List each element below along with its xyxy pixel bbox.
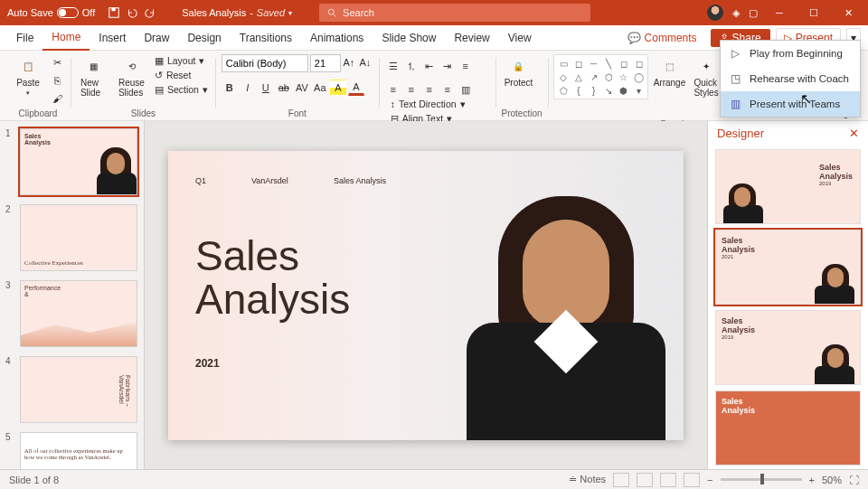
play-from-beginning[interactable]: ▷Play from Beginning [721, 41, 860, 66]
section-button[interactable]: ▤ Section ▾ [153, 83, 210, 96]
fit-to-window-icon[interactable]: ⛶ [849, 475, 859, 485]
slide-brand: VanArsdel [251, 176, 288, 185]
tab-view[interactable]: View [499, 26, 541, 50]
protect-button[interactable]: 🔒Protect [501, 54, 535, 89]
reading-view-icon[interactable] [660, 473, 676, 487]
zoom-out-icon[interactable]: − [707, 475, 712, 485]
align-center-icon[interactable]: ≡ [403, 81, 420, 98]
slideshow-view-icon[interactable] [684, 473, 700, 487]
slide-person-image [448, 151, 684, 440]
teams-icon: ▥ [728, 97, 742, 111]
case-icon[interactable]: Aa [312, 80, 328, 96]
font-color-icon[interactable]: A [348, 80, 364, 96]
tab-draw[interactable]: Draw [135, 26, 178, 50]
tab-file[interactable]: File [7, 26, 42, 50]
play-icon: ▷ [728, 46, 742, 61]
italic-icon[interactable]: I [240, 80, 256, 96]
design-idea-1[interactable]: SalesAnalysis2019 [715, 149, 861, 224]
spacing-icon[interactable]: AV [294, 80, 310, 96]
align-right-icon[interactable]: ≡ [421, 81, 438, 98]
thumbnail-2[interactable]: 2Collective Experiences [5, 204, 138, 271]
zoom-level[interactable]: 50% [822, 475, 842, 485]
undo-icon[interactable] [126, 6, 138, 19]
layout-button[interactable]: ▦ Layout ▾ [153, 54, 210, 67]
bold-icon[interactable]: B [222, 80, 238, 96]
justify-icon[interactable]: ≡ [439, 81, 456, 98]
tab-transitions[interactable]: Transitions [231, 26, 301, 50]
grow-font-icon[interactable]: A↑ [341, 54, 357, 71]
align-left-icon[interactable]: ≡ [385, 81, 401, 98]
designer-pane: Designer✕ SalesAnalysis2019 SalesAnalysi… [707, 121, 868, 469]
title-bar: Auto Save Off Sales Analysis - Saved ▾ S… [0, 0, 868, 25]
columns-icon[interactable]: ▥ [458, 81, 474, 98]
cut-icon[interactable]: ✂ [49, 54, 65, 71]
slide-canvas[interactable]: Q1 VanArsdel Sales Analysis SalesAnalysi… [145, 121, 707, 469]
numbering-icon[interactable]: ⒈ [403, 58, 420, 74]
ribbon-display-icon[interactable]: ▢ [749, 7, 758, 19]
highlight-icon[interactable]: A [330, 80, 346, 96]
redo-icon[interactable] [144, 6, 156, 19]
maximize-button[interactable]: ☐ [801, 0, 826, 25]
status-bar: Slide 1 of 8 ≐ Notes − + 50% ⛶ [0, 469, 868, 489]
tab-animations[interactable]: Animations [301, 26, 373, 50]
new-slide-button[interactable]: ▦New Slide [77, 54, 111, 99]
tab-review[interactable]: Review [445, 26, 498, 50]
quick-styles-button[interactable]: ✦Quick Styles [690, 54, 722, 99]
comments-button[interactable]: 💬 Comments [619, 28, 705, 48]
save-icon[interactable] [108, 6, 120, 19]
design-idea-3[interactable]: SalesAnalysis2019 [715, 310, 861, 385]
slide-thumbnails: 1SalesAnalysis 2Collective Experiences 3… [0, 121, 145, 469]
group-font: Font [222, 107, 373, 120]
font-name-combo[interactable]: Calibri (Body) [222, 54, 308, 72]
search-box[interactable]: Search [319, 4, 590, 22]
reuse-slides-button[interactable]: ⟲Reuse Slides [115, 54, 149, 99]
line-spacing-icon[interactable]: ≡ [458, 58, 474, 74]
normal-view-icon[interactable] [613, 473, 629, 487]
paste-button[interactable]: 📋Paste▾ [11, 54, 45, 99]
text-direction-button[interactable]: ↕ Text Direction ▾ [389, 98, 490, 110]
format-painter-icon[interactable]: 🖌 [49, 90, 65, 107]
sorter-view-icon[interactable] [637, 473, 653, 487]
slide-quarter: Q1 [195, 176, 206, 185]
designer-close-icon[interactable]: ✕ [849, 127, 859, 140]
strike-icon[interactable]: ab [276, 80, 292, 96]
shapes-gallery[interactable]: ▭◻─╲◻◻ ◇△↗⬡☆◯ ⬠{}↘⬢▾ [553, 54, 648, 99]
zoom-in-icon[interactable]: + [809, 475, 815, 485]
arrange-button[interactable]: ⬚Arrange [652, 54, 686, 89]
user-avatar[interactable] [707, 5, 723, 21]
design-idea-2[interactable]: SalesAnalysis2021 [715, 230, 861, 305]
thumbnail-4[interactable]: 4Fabrikam – VanArsdel [5, 356, 138, 423]
rehearse-with-coach[interactable]: ◳Rehearse with Coach [721, 66, 860, 91]
tab-home[interactable]: Home [42, 25, 90, 51]
reset-button[interactable]: ↺ Reset [153, 69, 210, 81]
svg-point-2 [328, 9, 334, 14]
designer-title: Designer [717, 127, 764, 140]
ruby-icon[interactable]: ◈ [732, 7, 740, 19]
thumbnail-1[interactable]: 1SalesAnalysis [5, 128, 138, 195]
group-protection: Protection [501, 107, 542, 120]
autosave-toggle[interactable]: Auto Save Off [7, 7, 95, 18]
bullets-icon[interactable]: ☰ [385, 58, 401, 74]
document-title[interactable]: Sales Analysis - Saved ▾ [182, 7, 292, 18]
minimize-button[interactable]: ─ [767, 0, 792, 25]
thumbnail-5[interactable]: 5All of our collective experiences make … [5, 432, 138, 469]
close-button[interactable]: ✕ [835, 0, 861, 25]
shrink-font-icon[interactable]: A↓ [357, 54, 373, 71]
font-size-combo[interactable]: 21 [310, 54, 341, 72]
tab-design[interactable]: Design [178, 26, 230, 50]
current-slide: Q1 VanArsdel Sales Analysis SalesAnalysi… [168, 151, 684, 440]
group-slides: Slides [77, 107, 210, 120]
tab-slideshow[interactable]: Slide Show [373, 26, 445, 50]
design-idea-4[interactable]: SalesAnalysis [715, 390, 861, 465]
indent-inc-icon[interactable]: ⇥ [439, 58, 456, 74]
group-clipboard: Clipboard [11, 107, 65, 120]
present-with-teams[interactable]: ▥Present with Teams [721, 91, 860, 117]
notes-button[interactable]: ≐ Notes [569, 474, 606, 485]
svg-line-3 [334, 14, 336, 17]
zoom-slider[interactable] [721, 478, 802, 481]
indent-dec-icon[interactable]: ⇤ [421, 58, 438, 74]
copy-icon[interactable]: ⎘ [49, 72, 65, 89]
thumbnail-3[interactable]: 3Performance& [5, 280, 138, 347]
tab-insert[interactable]: Insert [90, 26, 135, 50]
underline-icon[interactable]: U [258, 80, 274, 96]
